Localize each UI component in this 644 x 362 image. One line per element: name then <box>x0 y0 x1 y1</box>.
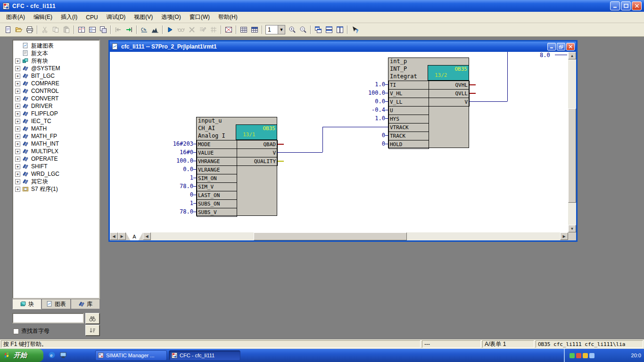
expand-icon[interactable]: + <box>15 187 20 192</box>
expand-icon[interactable]: + <box>15 149 20 154</box>
tree-item-compare[interactable]: +COMPARE <box>13 80 99 87</box>
sheet-tab[interactable]: A <box>126 232 143 240</box>
horizontal-scroll-thumb[interactable] <box>254 232 407 240</box>
table-header-button[interactable] <box>249 25 260 35</box>
input-last_on[interactable]: LAST_ON <box>197 191 237 200</box>
output-quality[interactable]: QUALITY <box>237 157 278 166</box>
input-mode[interactable]: MODE <box>197 140 237 149</box>
expand-icon[interactable]: + <box>15 66 20 71</box>
tree-item-bit-lgc[interactable]: +BIT_LGC <box>13 72 99 80</box>
vertical-scrollbar[interactable]: ▲ ▼ <box>568 52 576 232</box>
run-mode-button[interactable] <box>165 25 175 35</box>
open-button[interactable] <box>13 25 24 35</box>
input-vlrange[interactable]: VLRANGE <box>197 165 237 174</box>
zoom-in-button[interactable] <box>287 25 297 35</box>
compile-button[interactable]: C% <box>139 25 149 35</box>
block-input_u[interactable]: input_uCH_AIAnalog IOB3513/1MODEVALUEVHR… <box>196 117 277 216</box>
expand-icon[interactable]: + <box>15 141 20 147</box>
tree-item-math-int[interactable]: +MATH_INT <box>13 140 99 148</box>
expand-icon[interactable]: + <box>15 119 20 124</box>
input-subs_on[interactable]: SUBS_ON <box>197 199 237 208</box>
scroll-up-icon[interactable]: ▲ <box>568 52 576 59</box>
new-chart-button[interactable] <box>2 25 13 35</box>
input-hold[interactable]: HOLD <box>388 140 429 149</box>
scroll-down-icon[interactable]: ▼ <box>568 225 576 232</box>
output-v[interactable]: V <box>429 98 470 107</box>
input-v_hl[interactable]: V_HL <box>388 89 429 98</box>
ie-icon[interactable]: e <box>48 351 57 360</box>
tray-icon-1[interactable] <box>570 353 575 358</box>
output-qbad[interactable]: QBAD <box>237 140 278 149</box>
tile-vertical-button[interactable] <box>334 25 345 35</box>
find-button[interactable] <box>85 313 99 324</box>
chart-partition-button[interactable] <box>76 25 87 35</box>
minimize-button[interactable] <box>610 1 620 10</box>
input-sim_on[interactable]: SIM_ON <box>197 174 237 183</box>
expand-icon[interactable]: + <box>15 111 20 116</box>
menu-item-6[interactable]: 视图(V) <box>130 12 157 23</box>
tree-item-all-blocks[interactable]: +所有块 <box>13 57 99 65</box>
expand-icon[interactable]: + <box>15 58 20 64</box>
tree-item-operate[interactable]: +OPERATE <box>13 155 99 163</box>
tree-item-new-text[interactable]: 新文本 <box>13 49 99 57</box>
vertical-scroll-thumb[interactable] <box>568 108 576 203</box>
tree-item-iec-tc[interactable]: +IEC_TC <box>13 117 99 125</box>
tree-item-wrd-lgc[interactable]: +WRD_LGC <box>13 170 99 178</box>
zoom-out-button[interactable] <box>297 25 308 35</box>
close-button[interactable] <box>632 1 642 10</box>
tile-horizontal-button[interactable] <box>323 25 334 35</box>
task-assignment[interactable]: OB3513/2 <box>428 65 469 81</box>
expand-icon[interactable]: + <box>15 74 20 79</box>
expand-icon[interactable]: + <box>15 126 20 132</box>
tree-item-shift[interactable]: +SHIFT <box>13 163 99 170</box>
find-initial-letter-checkbox[interactable]: 查找首字母 <box>13 327 50 335</box>
title-bar[interactable]: CFC - cfc_li111 <box>0 0 644 12</box>
output-qvhl[interactable]: QVHL <box>429 81 470 90</box>
sort-initials-button[interactable] <box>85 325 99 336</box>
tree-item-s7-program[interactable]: +S7 程序(1) <box>13 185 99 193</box>
tree-item-system[interactable]: +@SYSTEM <box>13 65 99 72</box>
horizontal-scrollbar[interactable] <box>151 232 560 240</box>
tree-item-convert[interactable]: +CONVERT <box>13 95 99 102</box>
chart-window-titlebar[interactable]: cfc_li111 -- S7Pro_2_Prj\plant1\rmt1 <box>110 41 576 52</box>
dropdown-arrow-icon[interactable]: ▼ <box>278 25 285 34</box>
scroll-left-icon[interactable]: ◀ <box>143 232 151 240</box>
tab-libraries[interactable]: 库 <box>71 299 100 309</box>
input-sim_v[interactable]: SIM_V <box>197 182 237 191</box>
show-desktop-icon[interactable] <box>59 351 68 360</box>
chart-minimize-button[interactable] <box>547 43 556 50</box>
chart-restore-button[interactable] <box>557 43 565 50</box>
split-view-button[interactable] <box>87 25 98 35</box>
maximize-button[interactable] <box>621 1 631 10</box>
menu-item-7[interactable]: 选项(O) <box>157 12 185 23</box>
input-v_ll[interactable]: V_LL <box>388 98 429 107</box>
expand-icon[interactable]: + <box>15 156 20 162</box>
input-u[interactable]: U <box>388 106 429 115</box>
output-v[interactable]: V <box>237 148 278 157</box>
menu-item-5[interactable]: 调试(D) <box>102 12 130 23</box>
print-button[interactable] <box>24 25 35 35</box>
download-button[interactable] <box>149 25 160 35</box>
output-qvll[interactable]: QVLL <box>429 89 470 98</box>
sheet-view-button[interactable] <box>223 25 234 35</box>
tree-item-new-chart[interactable]: 新建图表 <box>13 42 99 49</box>
input-value[interactable]: VALUE <box>197 148 237 157</box>
context-help-button[interactable]: ? <box>349 25 360 35</box>
expand-icon[interactable]: + <box>15 179 20 184</box>
tab-charts[interactable]: 图表 <box>41 299 71 309</box>
input-track[interactable]: TRACK <box>388 132 429 140</box>
chart-close-button[interactable] <box>566 43 575 50</box>
expand-icon[interactable]: + <box>15 89 20 94</box>
tree-item-multiplx[interactable]: +MULTIPLX <box>13 148 99 155</box>
tray-icon-3[interactable] <box>583 353 588 358</box>
input-hys[interactable]: HYS <box>388 115 429 123</box>
sheet-next-icon[interactable]: ▶ <box>118 232 126 240</box>
overview-button[interactable] <box>98 25 108 35</box>
input-subs_v[interactable]: SUBS_V <box>197 208 237 217</box>
tab-blocks[interactable]: 块 <box>12 299 41 309</box>
tree-item-driver[interactable]: +DRIVER <box>13 102 99 110</box>
input-vhrange[interactable]: VHRANGE <box>197 157 237 166</box>
tree-item-math[interactable]: +MATH <box>13 125 99 132</box>
expand-icon[interactable]: + <box>15 164 20 169</box>
expand-icon[interactable]: + <box>15 81 20 86</box>
